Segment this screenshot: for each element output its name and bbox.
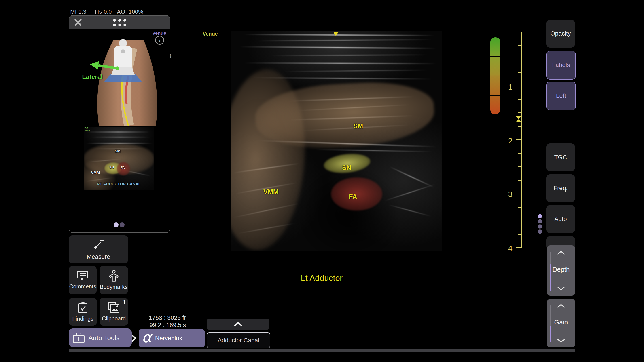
- tissue-streak: [240, 46, 436, 49]
- chevron-up-icon: [233, 321, 243, 327]
- thumb-label-fa: FA: [120, 166, 125, 169]
- nerve-highlight-sn: [323, 151, 372, 175]
- ruler-tick: [518, 180, 521, 181]
- chevron-down-icon: [557, 286, 565, 291]
- page-dot-active: [538, 214, 542, 218]
- ruler-tick: [516, 139, 521, 140]
- comments-button[interactable]: Comments: [69, 266, 96, 294]
- chevron-right-icon: [131, 334, 137, 343]
- comment-icon: [77, 270, 89, 281]
- focus-marker[interactable]: [516, 116, 521, 122]
- time-count: 99.2 : 169.5 s: [134, 322, 186, 329]
- clipboard-count-badge: 1: [123, 299, 126, 306]
- thumb-label-vmm: VMM: [91, 170, 100, 175]
- auto-button[interactable]: Auto: [546, 205, 575, 233]
- page-dot-inactive: [538, 224, 542, 229]
- exam-annotation: Lt Adductor: [301, 274, 342, 283]
- ruler-tick: [518, 72, 521, 73]
- page-dot-active[interactable]: [114, 222, 118, 227]
- caliper-icon: [92, 238, 105, 251]
- confidence-colorbar: [490, 37, 500, 114]
- thumb-label-sm: SM: [115, 149, 120, 153]
- depth-ruler: [514, 31, 522, 249]
- page-dot-inactive: [538, 230, 542, 234]
- gain-down-button[interactable]: [556, 338, 566, 344]
- ruler-label-2: 2: [502, 136, 512, 145]
- chevron-up-icon: [557, 250, 565, 255]
- tissue-streak: [271, 54, 428, 56]
- gain-track-fill: [550, 326, 551, 342]
- tissue-streak: [86, 132, 151, 132]
- label-sn: SN: [342, 164, 351, 171]
- close-icon[interactable]: [74, 18, 82, 27]
- depth-track-fill: [550, 264, 551, 291]
- ruler-tick: [518, 58, 521, 59]
- tissue-streak: [258, 39, 432, 41]
- ruler-tick: [518, 221, 521, 221]
- ruler-tick: [518, 234, 521, 235]
- reference-ultrasound-thumbnail: SM SN FA VMM RT ADDUCTOR CANAL GE Venue: [84, 127, 154, 190]
- preset-adductor-canal-button[interactable]: Adductor Canal: [207, 332, 270, 348]
- page-indicator[interactable]: [114, 222, 124, 227]
- tissue-streak: [244, 34, 434, 36]
- freq-button[interactable]: Freq.: [546, 174, 575, 202]
- gain-rocker: Gain: [547, 299, 575, 348]
- gain-up-button[interactable]: [556, 303, 566, 309]
- images-icon: [108, 302, 120, 313]
- tissue-streak: [316, 149, 432, 152]
- page-dot-inactive: [538, 219, 542, 223]
- ge-venue-logo: GE Venue: [85, 127, 90, 132]
- depth-up-button[interactable]: [556, 249, 566, 256]
- thumb-label-sn: SN: [109, 165, 114, 169]
- findings-button[interactable]: Findings: [69, 298, 97, 326]
- ruler-label-4: 4: [502, 244, 512, 253]
- ao-value: AO: 100%: [117, 8, 143, 15]
- person-icon: [108, 270, 120, 282]
- ruler-label-3: 3: [502, 190, 512, 199]
- chevron-up-icon: [557, 304, 565, 308]
- depth-down-button[interactable]: [556, 285, 566, 292]
- ruler-tick: [516, 86, 521, 86]
- ruler-tick: [518, 153, 521, 154]
- opacity-button[interactable]: Opacity: [546, 20, 575, 48]
- frame-count: 1753 : 3025 fr: [134, 314, 186, 322]
- ruler-line: [521, 31, 522, 248]
- measure-button[interactable]: Measure: [69, 235, 128, 263]
- toolbox-icon: [72, 332, 85, 344]
- tis-value: TIs 0.0: [94, 8, 112, 15]
- venue-watermark: Venue: [202, 31, 218, 37]
- ruler-tick: [518, 207, 521, 208]
- page-dot-inactive[interactable]: [120, 222, 124, 227]
- bodymarks-button[interactable]: Bodymarks: [100, 266, 128, 294]
- panel-header[interactable]: [69, 16, 170, 29]
- ruler-tick: [518, 112, 521, 113]
- nerveblox-button[interactable]: α Nerveblox: [139, 329, 205, 348]
- control-page-indicator: [538, 214, 542, 234]
- ruler-tick: [518, 126, 521, 127]
- tissue-streak: [244, 62, 436, 64]
- bottom-strip: [69, 349, 575, 353]
- alpha-icon: α: [142, 331, 152, 344]
- preset-expand-button[interactable]: [207, 319, 269, 330]
- label-vmm: VMM: [264, 188, 278, 196]
- tissue-streak: [90, 137, 151, 137]
- thumb-caption: RT ADDUCTOR CANAL: [84, 182, 154, 186]
- screen: MI 1.3 TIs 0.0 AO: 100% B Venue i: [0, 0, 644, 362]
- tissue-streak: [86, 143, 153, 144]
- ruler-tick: [516, 247, 521, 248]
- ruler-tick: [518, 45, 521, 45]
- auto-tools-button[interactable]: Auto Tools: [69, 329, 132, 347]
- orientation-marker-icon: [333, 32, 338, 36]
- ruler-label-1: 1: [502, 82, 512, 91]
- tgc-button[interactable]: TGC: [546, 143, 575, 171]
- left-button[interactable]: Left: [546, 81, 576, 110]
- guidance-panel: Venue i: [69, 15, 170, 233]
- mi-value: MI 1.3: [70, 8, 86, 15]
- drag-handle-icon[interactable]: [113, 19, 126, 26]
- clipboard-button[interactable]: 1 Clipboard: [100, 298, 128, 326]
- ruler-tick: [516, 194, 521, 194]
- lateral-label: Lateral: [82, 73, 103, 80]
- labels-button[interactable]: Labels: [546, 51, 576, 79]
- ruler-tick: [518, 99, 521, 100]
- beam-shape: [104, 74, 142, 82]
